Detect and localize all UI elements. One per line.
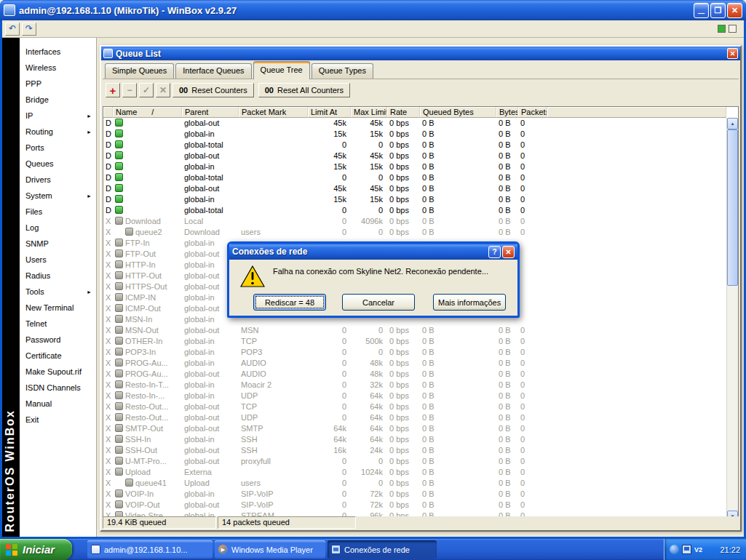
sidebar-item-wireless[interactable]: Wireless (20, 60, 96, 76)
column-header-name[interactable]: Name/ (113, 107, 182, 118)
sidebar-item-queues[interactable]: Queues (20, 156, 96, 172)
tray-network-icon[interactable] (682, 545, 691, 554)
column-header-max-limit[interactable]: Max Limit (351, 107, 387, 118)
redial-button[interactable]: Rediscar = 48 (253, 294, 326, 311)
taskbar-task-conex-es-de-rede[interactable]: Conexões de rede (328, 540, 437, 559)
dialog-close-button[interactable]: ✕ (502, 246, 515, 258)
sidebar-item-manual[interactable]: Manual (20, 396, 96, 412)
sidebar-item-telnet[interactable]: Telnet (20, 316, 96, 332)
table-row[interactable]: Dglobal-total000 bps0 B0 B0 (103, 172, 726, 183)
tab-queue-tree[interactable]: Queue Tree (253, 61, 310, 79)
table-row[interactable]: XPOP3-Inglobal-inPOP3000 bps0 B0 B0 (103, 347, 726, 358)
taskbar-task-windows-media-player[interactable]: ▶Windows Media Player (215, 540, 325, 559)
table-row[interactable]: Dglobal-out45k45k0 bps0 B0 B0 (103, 151, 726, 161)
vertical-scrollbar[interactable]: ▲ ▼ (726, 118, 738, 522)
add-button[interactable]: + (106, 83, 120, 97)
table-row[interactable]: XResto-In-...global-inUDP064k0 bps0 B0 B… (103, 391, 726, 401)
table-row[interactable]: XSSH-Inglobal-inSSH64k64k0 bps0 B0 B0 (103, 434, 726, 445)
sidebar-item-exit[interactable]: Exit (20, 412, 96, 428)
table-row[interactable]: Dglobal-in15k15k0 bps0 B0 B0 (103, 129, 726, 140)
table-row[interactable]: XPROG-Au...global-outAUDIO048k0 bps0 B0 … (103, 369, 726, 380)
table-row[interactable]: XResto-Out...global-outTCP064k0 bps0 B0 … (103, 401, 726, 412)
cancel-button[interactable]: Cancelar (342, 294, 415, 311)
table-row[interactable]: XUploadExterna01024k0 bps0 B0 B0 (103, 467, 726, 478)
tab-simple-queues[interactable]: Simple Queues (105, 63, 174, 79)
sidebar-item-log[interactable]: Log (20, 220, 96, 236)
queue-list-titlebar[interactable]: Queue List ✕ (101, 47, 740, 60)
cell-filler (547, 205, 726, 216)
table-row[interactable]: XSSH-Outglobal-outSSH16k24k0 bps0 B0 B0 (103, 445, 726, 456)
cell-flag: X (103, 500, 113, 511)
sidebar-item-tools[interactable]: Tools► (20, 284, 96, 300)
sidebar-item-users[interactable]: Users (20, 252, 96, 268)
sidebar-item-isdn-channels[interactable]: ISDN Channels (20, 380, 96, 396)
sidebar-item-radius[interactable]: Radius (20, 268, 96, 284)
start-button[interactable]: Iniciar (0, 539, 72, 560)
taskbar-task-admin-192-168-1-10[interactable]: admin@192.168.1.10... (87, 540, 213, 559)
column-header-bytes[interactable]: Bytes (496, 107, 518, 118)
table-row[interactable]: Dglobal-total000 bps0 B0 B0 (103, 140, 726, 151)
column-header-packets[interactable]: Packets (518, 107, 547, 118)
table-row[interactable]: Dglobal-total000 bps0 B0 B0 (103, 205, 726, 216)
cell-rate: 0 bps (387, 227, 420, 238)
table-row[interactable]: Xqueue2Downloadusers000 bps0 B0 B0 (103, 227, 726, 238)
close-button[interactable]: ✕ (727, 3, 742, 18)
table-row[interactable]: XVOIP-Outglobal-outSIP-VoIP072k0 bps0 B0… (103, 500, 726, 511)
undo-button[interactable]: ↶ (5, 23, 20, 36)
table-row[interactable]: Dglobal-out45k45k0 bps0 B0 B0 (103, 118, 726, 129)
scroll-up-icon[interactable]: ▲ (727, 118, 738, 129)
sidebar-item-routing[interactable]: Routing► (20, 124, 96, 140)
table-row[interactable]: XU-MT-Pro...global-outproxyfull000 bps0 … (103, 456, 726, 467)
sidebar-item-bridge[interactable]: Bridge (20, 92, 96, 108)
enable-button[interactable]: ✓ (139, 83, 154, 97)
sidebar-item-ip[interactable]: IP► (20, 108, 96, 124)
dialog-help-button[interactable]: ? (488, 246, 501, 258)
redo-button[interactable]: ↷ (22, 23, 36, 36)
sidebar-item-system[interactable]: System► (20, 188, 96, 204)
sidebar-item-ppp[interactable]: PPP (20, 76, 96, 92)
table-row[interactable]: XSMTP-Outglobal-outSMTP64k64k0 bps0 B0 B… (103, 423, 726, 434)
sidebar-item-snmp[interactable]: SNMP (20, 236, 96, 252)
queue-name: OTHER-In (125, 337, 162, 345)
minimize-button[interactable]: — (694, 3, 709, 18)
sidebar-item-password[interactable]: Password (20, 332, 96, 348)
dialog-titlebar[interactable]: Conexões de rede ? ✕ (229, 244, 517, 260)
table-row[interactable]: XDownloadLocal04096k0 bps0 B0 B0 (103, 216, 726, 227)
maximize-button[interactable]: ❐ (710, 3, 726, 18)
table-row[interactable]: Dglobal-in15k15k0 bps0 B0 B0 (103, 194, 726, 205)
table-row[interactable]: Xqueue41Uploadusers000 bps0 B0 B0 (103, 478, 726, 489)
table-row[interactable]: Dglobal-out45k45k0 bps0 B0 B0 (103, 183, 726, 194)
column-header-parent[interactable]: Parent (182, 107, 239, 118)
scrollbar-thumb[interactable] (727, 129, 738, 286)
sidebar-item-new-terminal[interactable]: New Terminal (20, 300, 96, 316)
more-info-button[interactable]: Mais informações (433, 294, 506, 311)
table-row[interactable]: XVOIP-Inglobal-inSIP-VoIP072k0 bps0 B0 B… (103, 489, 726, 500)
remove-button[interactable]: − (122, 83, 137, 97)
sidebar-item-interfaces[interactable]: Interfaces (20, 44, 96, 60)
column-header-queued-bytes[interactable]: Queued Bytes (420, 107, 496, 118)
column-header-rate[interactable]: Rate (387, 107, 420, 118)
table-row[interactable]: XOTHER-Inglobal-inTCP0500k0 bps0 B0 B0 (103, 336, 726, 347)
queue-list-close-button[interactable]: ✕ (727, 48, 738, 59)
table-row[interactable]: XResto-Out...global-outUDP064k0 bps0 B0 … (103, 412, 726, 423)
winbox-titlebar[interactable]: admin@192.168.1.10 (MikroTik) - WinBox v… (0, 0, 746, 20)
tray-messenger-icon[interactable] (670, 545, 679, 554)
sidebar-item-drivers[interactable]: Drivers (20, 172, 96, 188)
table-row[interactable]: Dglobal-in15k15k0 bps0 B0 B0 (103, 161, 726, 172)
sidebar-item-ports[interactable]: Ports (20, 140, 96, 156)
cell-limit-at: 45k (308, 151, 351, 161)
reset-counters-button[interactable]: 00Reset Counters (172, 83, 254, 97)
reset-all-counters-button[interactable]: 00Reset All Counters (258, 83, 350, 97)
table-row[interactable]: XMSN-Outglobal-outMSN000 bps0 B0 B0 (103, 325, 726, 336)
tab-queue-types[interactable]: Queue Types (312, 63, 373, 79)
column-header-packet-mark[interactable]: Packet Mark (239, 107, 308, 118)
table-row[interactable]: XPROG-Au...global-inAUDIO048k0 bps0 B0 B… (103, 358, 726, 369)
column-header-limit-at[interactable]: Limit At (308, 107, 351, 118)
sidebar-item-make-supout-rif[interactable]: Make Supout.rif (20, 364, 96, 380)
tray-badge-icon[interactable]: V2 (694, 546, 702, 553)
sidebar-item-certificate[interactable]: Certificate (20, 348, 96, 364)
tab-interface-queues[interactable]: Interface Queues (175, 63, 251, 79)
table-row[interactable]: XResto-In-T...global-inMoacir 2032k0 bps… (103, 380, 726, 391)
disable-button[interactable]: ✕ (156, 83, 170, 97)
sidebar-item-files[interactable]: Files (20, 204, 96, 220)
